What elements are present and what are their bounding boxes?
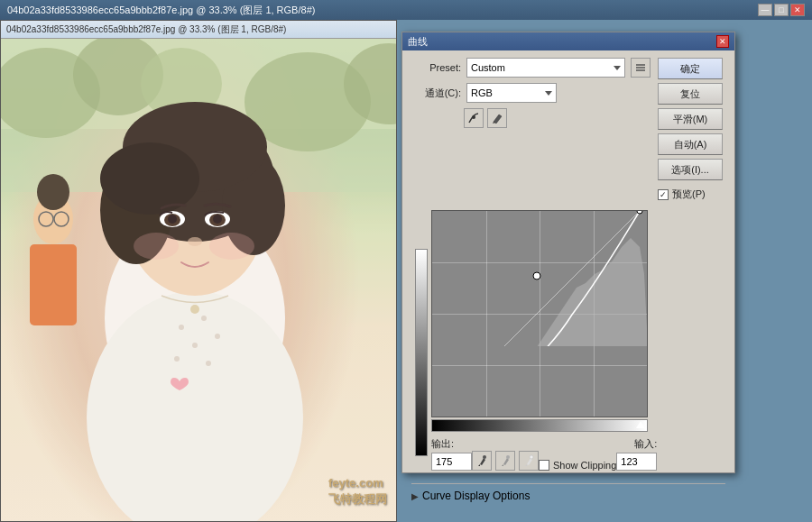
gray-eyedropper-icon [498,453,512,468]
channel-label: 通道(C): [411,87,461,100]
list-icon [635,63,646,72]
preset-dropdown[interactable]: Custom [466,58,625,78]
watermark-line1: feyte.com [328,475,387,491]
curves-graph[interactable] [431,210,648,417]
curves-titlebar: 曲线 ✕ [402,32,734,50]
control-point[interactable] [533,272,540,279]
auto-button[interactable]: 自动(A) [658,133,723,155]
vertical-gradient-container [415,210,428,456]
input-field-group: 输入: [616,437,657,471]
gray-eyedropper-button[interactable] [495,451,515,471]
eyedropper-tools [472,451,539,471]
pencil-tool-button[interactable] [487,108,507,128]
curves-graph-area: 输出: [415,210,725,471]
vertical-gradient-bar [415,249,428,456]
curves-dialog: 曲线 ✕ Preset: Custom [401,32,735,473]
curves-title: 曲线 [408,35,428,49]
white-eyedropper-button[interactable] [519,451,539,471]
watermark-line2: 飞特教程网 [328,491,387,508]
channel-value: RGB [471,87,493,98]
histogram-svg [432,211,648,346]
show-clipping-checkbox[interactable] [539,460,549,471]
ps-title: 04b02a33fd8533986ecc65a9bbb2f87e.jpg @ 3… [7,4,758,17]
preview-checkbox[interactable]: ✓ [658,189,669,200]
channel-dropdown-arrow-icon [545,91,552,96]
pencil-tool-icon [490,111,504,125]
dropdown-arrow-icon [614,66,621,70]
expand-icon[interactable]: ▶ [411,491,419,501]
smooth-button[interactable]: 平滑(M) [658,108,723,130]
ps-titlebar: 04b02a33fd8533986ecc65a9bbb2f87e.jpg @ 3… [0,0,812,20]
options-button[interactable]: 选项(I)... [658,159,723,180]
image-window: 04b02a33fd8533986ecc65a9bbb2f87e.jpg @ 3… [0,20,397,522]
graph-container: 输出: [431,210,657,471]
ok-button[interactable]: 确定 [658,58,723,79]
bottom-gradient-container [431,419,657,432]
image-content: feyte.com 飞特教程网 [1,39,396,521]
svg-point-45 [483,455,486,459]
curves-buttons-panel: 确定 复位 平滑(M) 自动(A) 选项(I)... ✓ 预览(P) [658,58,725,201]
top-anchor[interactable] [637,211,642,214]
output-label: 输出: [431,437,472,451]
curves-close-button[interactable]: ✕ [716,35,729,48]
input-value-field[interactable] [616,453,657,471]
output-value-field[interactable] [431,453,472,471]
minimize-button[interactable]: — [758,4,772,16]
show-clipping-label: Show Clipping [553,460,616,471]
preset-options-icon[interactable] [631,58,651,78]
reset-button[interactable]: 复位 [658,83,723,105]
preset-value: Custom [471,62,505,73]
image-window-titlebar: 04b02a33fd8533986ecc65a9bbb2f87e.jpg @ 3… [1,21,396,39]
curve-tool-icon [466,111,481,125]
curve-tool-button[interactable] [464,108,484,128]
preset-label: Preset: [411,62,461,73]
close-button[interactable]: ✕ [790,4,805,16]
output-field-group: 输出: [431,437,472,471]
image-title: 04b02a33fd8533986ecc65a9bbb2f87e.jpg @ 3… [6,23,286,36]
input-label: 输入: [634,437,657,451]
watermark: feyte.com 飞特教程网 [328,475,387,508]
curves-body: Preset: Custom [402,50,734,472]
white-eyedropper-icon [521,453,536,468]
gradient-triangle-icon [636,421,645,428]
preset-row: Preset: Custom [411,58,651,78]
preview-row: ✓ 预览(P) [658,188,725,201]
channel-row: 通道(C): RGB [411,83,651,103]
output-input-area: 输出: [431,437,657,471]
black-eyedropper-icon [475,453,489,468]
show-clipping-row: Show Clipping [539,460,616,471]
restore-button[interactable]: □ [774,4,789,16]
svg-rect-38 [1,39,396,521]
curve-display-options-label: Curve Display Options [422,490,530,502]
svg-point-46 [506,455,510,459]
black-eyedropper-button[interactable] [472,451,492,471]
horizontal-gradient-bar [431,419,648,432]
titlebar-buttons: — □ ✕ [758,4,805,16]
curve-display-options-row: ▶ Curve Display Options [411,483,725,502]
tool-row [464,108,651,128]
channel-dropdown[interactable]: RGB [466,83,557,103]
svg-point-42 [472,115,475,119]
svg-point-47 [530,455,533,459]
preview-label: 预览(P) [672,188,706,201]
photo-scene [1,39,396,521]
